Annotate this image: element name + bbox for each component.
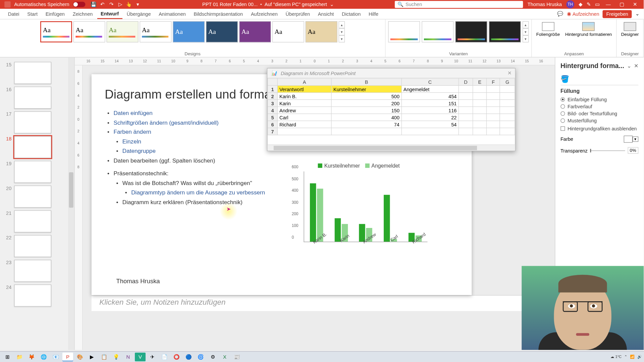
fill-gradient-option[interactable]: Farbverlauf: [560, 104, 638, 109]
document-name[interactable]: PPT 01 Roter Faden 00...: [202, 2, 258, 7]
tray-network-icon[interactable]: 📶: [630, 355, 635, 359]
pane-dropdown-icon[interactable]: ⌄: [627, 62, 631, 68]
tab-dictation[interactable]: Dictation: [338, 9, 364, 18]
data-window-close-icon[interactable]: ✕: [507, 70, 512, 76]
transparency-slider[interactable]: [590, 150, 625, 151]
tray-chevron-icon[interactable]: ⌃: [624, 355, 627, 359]
telegram-icon[interactable]: ✈: [147, 353, 158, 361]
app-icon-1[interactable]: 🎨: [74, 353, 85, 361]
app-icon-7[interactable]: 🔵: [183, 353, 194, 361]
theme-thumb[interactable]: Aa: [140, 21, 171, 42]
chart-data-window[interactable]: 📊 Diagramm in Microsoft PowerPoint ✕ ABC…: [267, 68, 516, 151]
settings-icon[interactable]: ⚙: [207, 353, 218, 361]
thumbnails-scrollbar[interactable]: [68, 57, 74, 350]
slide-thumb-24[interactable]: 24: [4, 285, 71, 307]
search-box[interactable]: 🔍 Suchen: [395, 1, 523, 8]
transparency-value[interactable]: 0%: [628, 147, 638, 154]
onenote-icon[interactable]: N: [123, 353, 133, 361]
outlook-icon[interactable]: 📧: [50, 353, 61, 361]
paint-bucket-icon[interactable]: 🪣: [560, 75, 569, 82]
slide-thumb-21[interactable]: 21: [4, 210, 71, 232]
designer-button[interactable]: Designer: [619, 21, 640, 38]
theme-gallery-scroll[interactable]: ▴▾▾: [339, 21, 345, 42]
theme-thumb[interactable]: Aa: [239, 21, 271, 42]
redo-icon[interactable]: ↷: [108, 1, 114, 7]
pen-icon[interactable]: ✎: [587, 2, 591, 7]
close-button[interactable]: ✕: [630, 1, 639, 7]
fill-pattern-option[interactable]: Musterfüllung: [560, 118, 638, 123]
theme-thumb[interactable]: Aa: [173, 21, 205, 42]
slide-thumb-20[interactable]: 20: [4, 186, 71, 208]
tab-animationen[interactable]: Animationen: [155, 9, 190, 18]
app-icon-4[interactable]: V: [135, 353, 146, 361]
start-button[interactable]: ⊞: [2, 353, 13, 361]
touch-mode-icon[interactable]: 👆: [126, 1, 132, 7]
user-avatar[interactable]: TH: [566, 0, 574, 8]
slide-thumb-18[interactable]: 18: [4, 136, 71, 158]
record-button[interactable]: ◉ Aufzeichnen: [567, 11, 599, 17]
weather-widget[interactable]: ☁ 1°C: [610, 355, 622, 359]
app-icon-3[interactable]: 💡: [111, 353, 121, 361]
tab-datei[interactable]: Datei: [4, 9, 23, 18]
minimize-button[interactable]: —: [604, 1, 612, 7]
tab-aufzeichnen[interactable]: Aufzeichnen: [247, 9, 281, 18]
theme-thumb[interactable]: Aa: [306, 21, 337, 42]
theme-thumb[interactable]: Aa: [272, 21, 304, 42]
user-name[interactable]: Thomas Hruska: [528, 2, 562, 7]
app-icon-2[interactable]: 📋: [99, 353, 109, 361]
diamond-icon[interactable]: ◆: [579, 2, 582, 7]
undo-icon[interactable]: ↶: [99, 1, 105, 7]
ribbon-chevron-icon[interactable]: ⌄: [635, 11, 639, 17]
tab-ansicht[interactable]: Ansicht: [314, 9, 337, 18]
comments-icon[interactable]: 💬: [557, 11, 563, 17]
fill-picture-option[interactable]: Bild- oder Texturfüllung: [560, 111, 638, 116]
hide-bg-graphics-check[interactable]: Hintergrundgrafiken ausblenden: [560, 126, 638, 131]
slide-thumb-16[interactable]: 16: [4, 86, 71, 109]
variant-thumb[interactable]: [489, 21, 521, 42]
app-icon-8[interactable]: 🌀: [195, 353, 206, 361]
tray-sound-icon[interactable]: 🔊: [637, 355, 642, 359]
variant-thumb[interactable]: [422, 21, 453, 42]
variant-thumb[interactable]: [455, 21, 487, 42]
tab-bildschirmpräsentation[interactable]: Bildschirmpräsentation: [190, 9, 247, 18]
pane-close-icon[interactable]: ✕: [634, 62, 638, 68]
autosave-toggle[interactable]: [73, 2, 85, 7]
firefox-icon[interactable]: 🦊: [26, 353, 37, 361]
theme-thumb[interactable]: Aa: [73, 21, 105, 42]
color-dropdown-icon[interactable]: ▾: [633, 136, 638, 142]
chart[interactable]: Kursteilnehmer Angemeldet 01002003004005…: [290, 163, 428, 264]
slide-size-button[interactable]: Foliengröße: [534, 21, 561, 38]
color-picker[interactable]: [624, 136, 633, 143]
notes-pane[interactable]: Klicken Sie, um Notizen hinzuzufügen: [92, 295, 555, 311]
slide-thumb-23[interactable]: 23: [4, 260, 71, 282]
variants-scroll[interactable]: ▴▾▾: [523, 21, 529, 42]
data-grid-scrollbar[interactable]: [267, 144, 515, 150]
data-grid[interactable]: ABCDEFG1VerantwortlKursteilnehmerAngemel…: [267, 78, 515, 144]
theme-thumb[interactable]: Aa: [206, 21, 238, 42]
slide-thumb-22[interactable]: 22: [4, 235, 71, 257]
slide-thumb-19[interactable]: 19: [4, 161, 71, 183]
chrome-icon[interactable]: 🌐: [38, 353, 49, 361]
share-button[interactable]: Freigeben: [603, 10, 632, 18]
app-icon-9[interactable]: 📰: [231, 353, 242, 361]
from-beginning-icon[interactable]: ▷: [117, 1, 123, 7]
powerpoint-icon[interactable]: P: [62, 353, 73, 361]
tab-zeichnen[interactable]: Zeichnen: [69, 9, 96, 18]
file-explorer-icon[interactable]: 📁: [14, 353, 25, 361]
slide-thumb-15[interactable]: 15: [4, 62, 71, 84]
tab-übergänge[interactable]: Übergänge: [123, 9, 154, 18]
maximize-button[interactable]: ▢: [617, 1, 626, 7]
tab-entwurf[interactable]: Entwurf: [97, 9, 122, 19]
tab-überprüfen[interactable]: Überprüfen: [282, 9, 314, 18]
variant-thumb[interactable]: [388, 21, 420, 42]
app-icon-5[interactable]: 📄: [159, 353, 170, 361]
window-icon[interactable]: ▭: [595, 2, 599, 7]
app-icon-6[interactable]: ⭕: [171, 353, 182, 361]
tab-start[interactable]: Start: [24, 9, 41, 18]
theme-gallery[interactable]: Aa Aa Aa Aa Aa Aa Aa Aa Aa ▴▾▾: [40, 21, 345, 42]
docname-chevron-icon[interactable]: ⌄: [330, 2, 334, 7]
save-icon[interactable]: 💾: [91, 1, 97, 7]
slide-thumb-17[interactable]: 17: [4, 111, 71, 133]
fill-solid-option[interactable]: Einfarbige Füllung: [560, 97, 638, 102]
vlc-icon[interactable]: ▶: [87, 353, 97, 361]
